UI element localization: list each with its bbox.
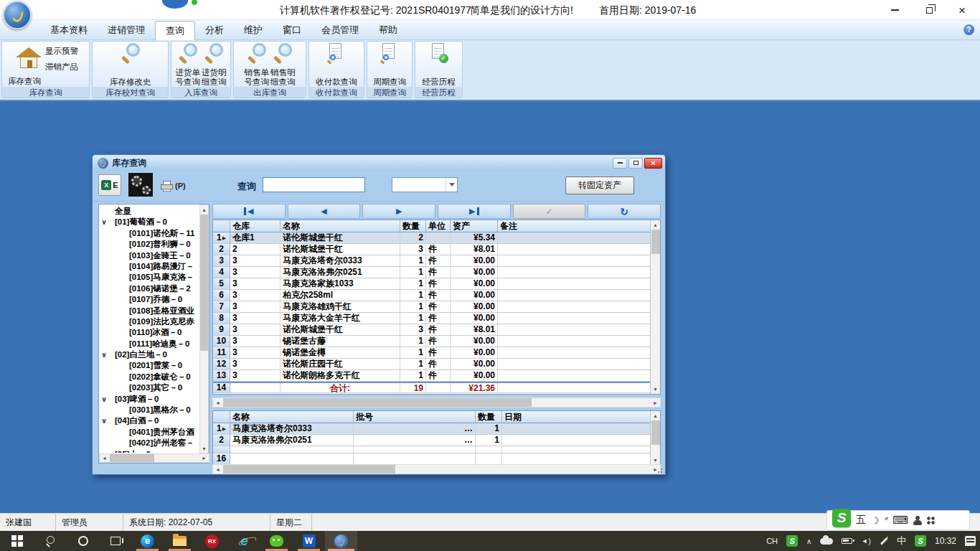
- app-menu-orb[interactable]: [3, 1, 32, 29]
- 诺伦斯庄园干红[interactable]: 12▶ 3 诺伦斯庄园干红 1 件 ¥0.00: [213, 359, 650, 370]
- tree-item[interactable]: ∨ [0101]诺伦斯－11: [99, 228, 199, 239]
- taskbar-active-app[interactable]: [325, 531, 357, 551]
- nav-first-button[interactable]: ◀: [212, 204, 286, 219]
- column-header-name[interactable]: 名称: [281, 220, 400, 232]
- tree-item[interactable]: ∨ [0402]泸州老窖－: [99, 438, 199, 448]
- export-excel-button[interactable]: X E: [98, 174, 121, 196]
- tree-item[interactable]: ∨ [0106]锡诺堡－2: [99, 283, 199, 294]
- restore-button[interactable]: [918, 3, 940, 17]
- stock-history-button[interactable]: 库存修改史: [110, 43, 151, 87]
- 锡诺堡古藤[interactable]: 10▶ 3 锡诺堡古藤 1 件 ¥0.00: [213, 336, 650, 347]
- chevron-down-icon[interactable]: ∨: [101, 349, 107, 360]
- purchase-order-no-query-button[interactable]: 进货单 号查询: [176, 43, 201, 87]
- sales-order-no-query-button[interactable]: 销售单 号查询: [245, 43, 270, 87]
- tree-item[interactable]: ∨ [04]白酒－0: [99, 415, 199, 426]
- menu-tab[interactable]: 窗口: [273, 21, 311, 40]
- menu-tab[interactable]: 分析: [195, 21, 234, 40]
- 锡诺堡金樽[interactable]: 11▶ 3 锡诺堡金樽 1 件 ¥0.00: [213, 347, 650, 359]
- tray-hidden-icons-chevron[interactable]: ∧: [802, 531, 816, 551]
- sogou-logo-icon[interactable]: S: [832, 509, 851, 527]
- tree-item[interactable]: ∨ [0104]路易漫汀－: [99, 261, 199, 272]
- nav-previous-button[interactable]: ◀: [288, 204, 361, 219]
- tree-item[interactable]: ∨ [0111]哈迪奥－0: [99, 339, 199, 349]
- column-header-unit[interactable]: 单位: [426, 220, 451, 232]
- tree-item[interactable]: ∨ [0203]其它－0: [99, 382, 199, 393]
- nav-last-button[interactable]: ▶: [438, 204, 511, 219]
- taskbar-internet-explorer[interactable]: e: [228, 531, 260, 551]
- 诺伦斯城堡干红[interactable]: 9▶ 3 诺伦斯城堡干红 3 件 ¥8.01: [213, 324, 650, 336]
- tree-item[interactable]: ∨ [0108]圣格亚酒业: [99, 306, 199, 316]
- 柏克尔258ml[interactable]: 6▶ 3 柏克尔258ml 1 件 ¥0.00: [213, 290, 650, 301]
- inventory-grid-vertical-scrollbar[interactable]: ▲▼: [650, 220, 660, 394]
- inventory-grid-horizontal-scrollbar[interactable]: ◄►: [212, 397, 661, 408]
- action-center-button[interactable]: [961, 531, 980, 551]
- business-history-button[interactable]: ✓ 经营历程: [423, 43, 456, 87]
- column-header-asset[interactable]: 资产: [451, 220, 498, 232]
- column-header-name[interactable]: 名称: [230, 411, 354, 423]
- column-header-quantity[interactable]: 数量: [400, 220, 426, 232]
- batch-grid-horizontal-scrollbar[interactable]: ◄►: [212, 464, 661, 474]
- taskbar-rx-app[interactable]: RX: [196, 531, 228, 551]
- chevron-down-icon[interactable]: ∨: [101, 394, 107, 405]
- tray-sogou[interactable]: S: [782, 531, 802, 551]
- cortana-button[interactable]: [67, 531, 99, 551]
- tray-onedrive[interactable]: [816, 531, 837, 551]
- tray-pen[interactable]: [875, 531, 892, 551]
- nav-refresh-button[interactable]: ↻: [588, 204, 661, 219]
- 马康克洛洛弗尔0251[interactable]: 4▶ 3 马康克洛洛弗尔0251 1 件 ¥0.00: [213, 267, 650, 278]
- nav-next-button[interactable]: ▶: [362, 204, 435, 219]
- minimize-button[interactable]: [884, 3, 905, 17]
- column-header-note[interactable]: 备注: [498, 220, 650, 232]
- menu-tab[interactable]: 维护: [234, 21, 273, 40]
- slow-moving-products-link[interactable]: 滞销产品: [45, 62, 78, 72]
- taskbar-search-button[interactable]: [34, 531, 67, 551]
- to-fixed-asset-button[interactable]: 转固定资产: [565, 176, 634, 194]
- tray-power[interactable]: [837, 531, 857, 551]
- column-header-batch[interactable]: 批号: [354, 411, 476, 423]
- chevron-down-icon[interactable]: ∨: [101, 415, 107, 426]
- window-title-bar[interactable]: 库存查询 ×: [93, 155, 665, 171]
- 诺伦斯城堡干红[interactable]: 1▶ 仓库1 诺伦斯城堡干红 2 ¥5.34: [213, 232, 650, 244]
- tray-volume[interactable]: ◄): [857, 531, 875, 551]
- window-restore-button[interactable]: [628, 158, 643, 169]
- punctuation-icon[interactable]: °': [885, 516, 888, 524]
- 合计:[interactable]: 14▶ 合计: 19 ¥21.36: [213, 382, 650, 393]
- tree-item[interactable]: ∨ [0301]黑格尔－0: [99, 405, 199, 415]
- menu-tab[interactable]: 帮助: [369, 21, 407, 40]
- menu-tab[interactable]: 查询: [155, 21, 195, 40]
- 马康克洛洛弗尔0251[interactable]: 2▶ 马康克洛洛弗尔0251 … 1: [213, 435, 650, 446]
- period-query-button[interactable]: 周期查询: [373, 43, 406, 87]
- chevron-down-icon[interactable]: ∨: [101, 217, 107, 227]
- resize-grip[interactable]: [657, 466, 664, 474]
- payment-query-button[interactable]: 收付款查询: [316, 43, 357, 87]
- tree-horizontal-scrollbar[interactable]: ◄►: [99, 453, 209, 463]
- ime-wubi-mode[interactable]: 五: [856, 514, 866, 527]
- purchase-detail-query-button[interactable]: 进货明 细查询: [202, 43, 227, 87]
- menu-tab[interactable]: 基本资料: [40, 21, 98, 40]
- tree-item[interactable]: ∨ [0401]贵州茅台酒: [99, 427, 199, 438]
- tray-language[interactable]: CH: [762, 531, 782, 551]
- column-header-quantity[interactable]: 数量: [476, 411, 502, 423]
- more-tools-icon[interactable]: [927, 517, 935, 524]
- 马康克洛家族1033[interactable]: 5▶ 3 马康克洛家族1033 1 件 ¥0.00: [213, 278, 650, 290]
- print-button[interactable]: (P): [161, 175, 189, 197]
- task-view-button[interactable]: [99, 531, 131, 551]
- taskbar-file-explorer[interactable]: [164, 531, 196, 551]
- table-row[interactable]: 16▶: [213, 453, 650, 465]
- close-button[interactable]: ×: [951, 3, 973, 17]
- tree-item[interactable]: ∨ [0107]乔德－0: [99, 294, 199, 305]
- tree-item[interactable]: ∨ 全显: [99, 206, 199, 217]
- keyboard-icon[interactable]: ⌨: [892, 514, 908, 527]
- sales-detail-query-button[interactable]: 销售明 细查询: [270, 43, 296, 87]
- search-input[interactable]: [263, 177, 365, 192]
- tree-item[interactable]: ∨ [05]上－0: [99, 449, 199, 453]
- help-icon[interactable]: ?: [963, 24, 974, 35]
- start-button[interactable]: [0, 531, 34, 551]
- tray-clock[interactable]: 10:32: [930, 531, 961, 551]
- menu-tab[interactable]: 会员管理: [311, 21, 369, 40]
- tray-ime-mode[interactable]: 中: [892, 531, 910, 551]
- tree-item[interactable]: ∨ [0105]马康克洛－: [99, 272, 199, 283]
- tree-item[interactable]: ∨ [0102]普利狮－0: [99, 239, 199, 250]
- chevron-down-icon[interactable]: [446, 178, 457, 192]
- table-row[interactable]: ▶: [213, 446, 650, 453]
